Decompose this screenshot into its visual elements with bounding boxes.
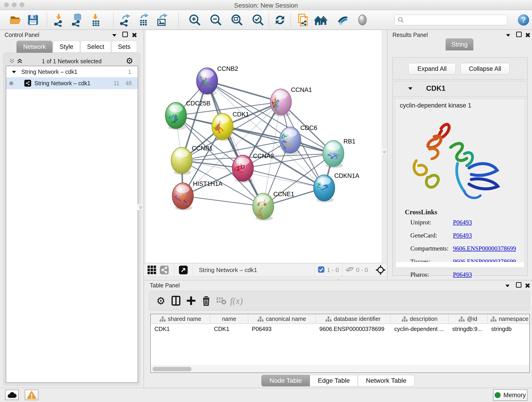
tab-node-table[interactable]: Node Table — [261, 375, 310, 386]
memory-button[interactable]: Memory — [493, 389, 527, 401]
network-share-view-icon[interactable] — [158, 263, 171, 277]
node-CCNB2[interactable]: CCNB2 — [196, 65, 238, 95]
network-list-options-gear-icon[interactable]: ⚙ — [126, 56, 133, 66]
table-horizontal-scrollbar[interactable] — [151, 366, 529, 372]
zoom-fit-content-icon[interactable] — [230, 13, 244, 27]
table-toolbar: ⚙ f(x) — [149, 291, 530, 311]
tab-sets[interactable]: Sets — [111, 41, 137, 53]
grid-view-icon[interactable] — [146, 263, 158, 277]
tab-network[interactable]: Network — [17, 41, 52, 53]
control-panel-collapse-icon[interactable] — [112, 33, 117, 38]
node-CDKN1A[interactable]: CDKN1A — [314, 172, 360, 202]
birdseye-view-icon[interactable] — [177, 263, 190, 277]
selected-checkbox-icon[interactable] — [318, 266, 325, 274]
protein-description: cyclin-dependent kinase 1 — [400, 102, 471, 109]
entry-expander-icon[interactable] — [408, 87, 413, 91]
node-CCNA2[interactable]: CCNA2 — [232, 153, 274, 183]
search-input[interactable] — [404, 17, 503, 23]
zoom-out-icon[interactable] — [209, 13, 223, 27]
show-hidden-icon[interactable] — [355, 13, 369, 27]
network-collection-row[interactable]: String Network – cdk1 1 — [6, 66, 138, 77]
protein-entry-header[interactable]: CDK1 — [393, 81, 527, 97]
table-panel-collapse-icon[interactable] — [505, 284, 510, 288]
right-splitter-handle[interactable] — [381, 148, 387, 154]
column-header-namespace[interactable]: namespace — [488, 314, 532, 324]
crosslink-link[interactable]: P06493 — [453, 271, 472, 278]
save-session-icon[interactable] — [26, 13, 40, 27]
results-panel-close-icon[interactable]: ✖ — [525, 31, 531, 39]
crosslinks-list: Uniprot:P06493GeneCard:P06493Compartment… — [410, 219, 520, 284]
show-all-networks-overview-icon[interactable] — [314, 13, 328, 27]
help-icon[interactable]: ? — [517, 14, 530, 27]
delete-column-trash-icon[interactable] — [199, 294, 214, 307]
export-image-icon[interactable] — [155, 13, 169, 27]
import-table-file-icon[interactable] — [89, 13, 102, 27]
crosslink-link[interactable]: 9606.ENSP00000378699 — [453, 245, 516, 252]
scrollbar-thumb[interactable] — [152, 367, 191, 371]
column-header-name[interactable]: name — [210, 314, 248, 324]
network-canvas[interactable]: CCNB2CCNA1CDC25BCDK1CDC6RB1CCNB1CCNA2CDK… — [145, 30, 382, 263]
memory-label: Memory — [503, 392, 526, 399]
column-header--id[interactable]: @id — [449, 314, 488, 324]
control-panel-float-icon[interactable] — [122, 32, 128, 37]
table-header-row: shared namenamecanonical namedatabase id… — [151, 314, 529, 324]
crosshair-icon[interactable] — [374, 263, 387, 277]
node-CDK1[interactable]: CDK1 — [212, 111, 249, 141]
warning-status-button[interactable] — [25, 390, 38, 400]
clone-network-icon[interactable] — [296, 13, 310, 27]
collapse-all-button[interactable]: Collapse All — [461, 63, 510, 75]
export-network-icon[interactable] — [118, 13, 132, 27]
shared-column-icon — [491, 316, 496, 322]
string-network-graph[interactable]: CCNB2CCNA1CDC25BCDK1CDC6RB1CCNB1CCNA2CDK… — [146, 30, 382, 263]
node-CCNB1[interactable]: CCNB1 — [171, 145, 213, 175]
open-session-icon[interactable] — [9, 13, 22, 27]
tab-select[interactable]: Select — [80, 41, 111, 53]
create-column-plus-icon[interactable] — [184, 294, 199, 307]
node-CCNE1[interactable]: CCNE1 — [253, 191, 294, 221]
function-builder-icon[interactable]: f(x) — [229, 294, 244, 307]
cloud-status-button[interactable] — [5, 390, 19, 400]
column-header-description[interactable]: description — [391, 314, 449, 324]
tab-style[interactable]: Style — [53, 41, 80, 53]
results-panel-float-icon[interactable] — [516, 32, 522, 37]
table-settings-gear-icon[interactable]: ⚙ — [153, 294, 168, 307]
zoom-in-icon[interactable] — [188, 13, 202, 27]
hide-selected-icon[interactable] — [336, 13, 350, 27]
hidden-eye-slash-icon[interactable] — [346, 266, 354, 274]
column-header-database-identifier[interactable]: database identifier — [316, 314, 391, 324]
shared-column-icon — [258, 316, 264, 322]
collection-expander-icon[interactable] — [12, 69, 16, 75]
shared-column-icon — [160, 316, 166, 322]
node-RB1[interactable]: RB1 — [323, 138, 355, 168]
network-row[interactable]: String Network – cdk1 11 48 — [6, 77, 138, 89]
node-CDC6[interactable]: CDC6 — [278, 124, 317, 154]
column-header-shared-name[interactable]: shared name — [151, 314, 210, 324]
table-panel-float-icon[interactable] — [516, 282, 521, 288]
tab-network-table[interactable]: Network Table — [358, 375, 414, 386]
export-table-icon[interactable] — [137, 13, 150, 27]
expand-all-button[interactable]: Expand All — [408, 63, 456, 75]
zoom-selected-icon[interactable] — [251, 13, 265, 27]
column-header-label: canonical name — [266, 316, 306, 322]
tab-edge-table[interactable]: Edge Table — [310, 375, 358, 386]
crosslink-link[interactable]: P06493 — [453, 232, 472, 239]
import-network-file-icon[interactable] — [52, 13, 65, 27]
tab-string[interactable]: String — [446, 38, 473, 51]
delete-table-icon[interactable] — [214, 294, 229, 307]
control-panel-close-icon[interactable]: ✖ — [132, 31, 137, 39]
crosslink-label: Compartments: — [410, 245, 453, 252]
left-splitter-handle[interactable] — [138, 204, 143, 210]
column-header-canonical-name[interactable]: canonical name — [248, 314, 316, 324]
crosslink-link[interactable]: P06493 — [453, 219, 472, 226]
show-columns-icon[interactable] — [168, 294, 184, 307]
bar-separator — [174, 263, 174, 277]
import-network-from-database-icon[interactable] — [70, 13, 84, 27]
table-row[interactable]: CDK1CDK1P064939606.ENSP00000378699cyclin… — [151, 324, 529, 334]
detail-scroll-strip[interactable] — [396, 262, 524, 267]
update-network-icon[interactable] — [273, 13, 287, 27]
current-network-name: String Network – cdk1 — [199, 267, 257, 274]
table-tabs: Node TableEdge TableNetwork Table — [144, 375, 532, 386]
results-panel-collapse-icon[interactable] — [506, 33, 511, 38]
table-panel-close-icon[interactable]: ✖ — [525, 282, 530, 290]
node-HIST1H1A[interactable]: HIST1H1A — [172, 180, 222, 213]
